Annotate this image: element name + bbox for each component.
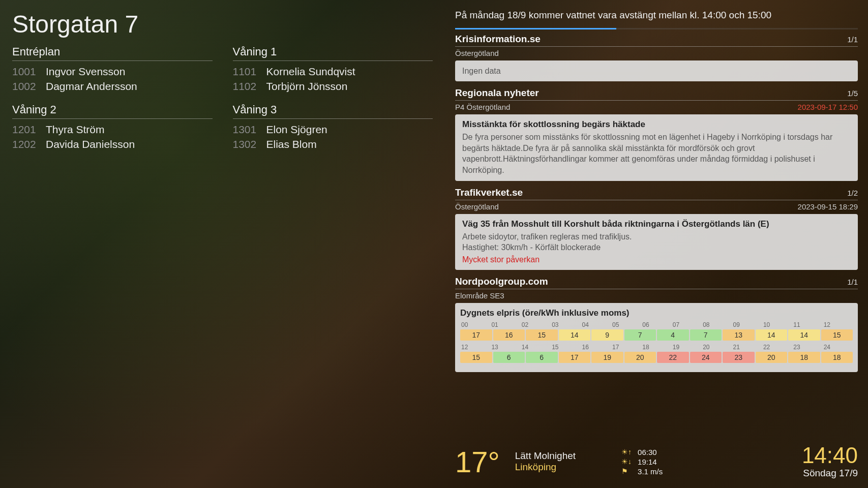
resident-row: 1301Elon Sjögren — [233, 122, 433, 137]
date: Söndag 17/9 — [802, 468, 858, 479]
traffic-count: 1/2 — [847, 189, 858, 197]
floor-block: Våning 11101Kornelia Sundqvist1102Torbjö… — [233, 45, 433, 94]
apartment-number: 1301 — [233, 122, 259, 137]
price-cell: 23 — [723, 352, 755, 363]
traffic-title: Trafikverket.se — [455, 187, 523, 198]
hour-label: 10 — [762, 321, 792, 328]
resident-row: 1002Dagmar Andersson — [12, 79, 213, 94]
resident-name: Dagmar Andersson — [46, 79, 137, 94]
price-cell: 20 — [756, 352, 788, 363]
price-cell: 15 — [460, 352, 492, 363]
hour-label: 13 — [490, 344, 520, 351]
hour-label: 12 — [823, 321, 853, 328]
floor-block: Entréplan1001Ingvor Svensson1002Dagmar A… — [12, 45, 213, 94]
news-title: Regionala nyheter — [455, 87, 539, 99]
traffic-line1: Arbete sidoytor, trafiken regleras med t… — [462, 231, 851, 242]
price-cell: 7 — [624, 329, 656, 341]
price-cell: 16 — [493, 329, 525, 341]
hour-label: 04 — [581, 321, 611, 328]
hour-label: 19 — [672, 344, 702, 351]
resident-name: Ingvor Svensson — [46, 64, 125, 79]
news-count: 1/5 — [847, 89, 858, 98]
np-cells-bottom: 1566171920222423201818 — [460, 352, 853, 363]
hour-label: 05 — [611, 321, 641, 328]
nordpool-card-title: Dygnets elpris (öre/kWh inklusive moms) — [460, 308, 853, 318]
hour-label: 06 — [641, 321, 671, 328]
nordpool-sub: Elområde SE3 — [455, 291, 504, 300]
temperature: 17° — [455, 445, 500, 479]
apartment-number: 1001 — [12, 64, 39, 79]
news-sub: P4 Östergötland — [455, 103, 510, 111]
floor-name: Våning 1 — [233, 45, 433, 61]
progress-bar — [455, 28, 858, 29]
hour-label: 03 — [551, 321, 581, 328]
clock: 14:40 — [802, 444, 858, 467]
floor-name: Våning 2 — [12, 103, 213, 119]
hour-label: 24 — [823, 344, 853, 351]
floor-name: Våning 3 — [233, 103, 433, 119]
hour-label: 23 — [792, 344, 822, 351]
price-cell: 17 — [460, 329, 492, 341]
resident-name: Torbjörn Jönsson — [266, 79, 348, 94]
hour-label: 09 — [732, 321, 762, 328]
resident-row: 1202Davida Danielsson — [12, 137, 213, 151]
kris-title: Krisinformation.se — [455, 34, 541, 45]
price-cell: 14 — [788, 329, 820, 341]
weather-bar: 17° Lätt Molnighet Linköping ☀↑06:30 ☀↓1… — [455, 437, 858, 488]
building-title: Storgatan 7 — [12, 10, 433, 38]
traffic-sub: Östergötland — [455, 202, 499, 211]
apartment-number: 1102 — [233, 79, 259, 94]
price-cell: 4 — [657, 329, 689, 341]
traffic-timestamp: 2023-09-15 18:29 — [798, 202, 858, 211]
price-cell: 14 — [559, 329, 591, 341]
news-section: Regionala nyheter 1/5 P4 Östergötland 20… — [455, 87, 858, 180]
weather-city: Linköping — [515, 462, 576, 473]
np-hours-bottom: 12131415161718192021222324 — [460, 344, 853, 351]
hour-label: 08 — [702, 321, 732, 328]
price-cell: 20 — [624, 352, 656, 363]
sunset-icon: ☀↓ — [621, 458, 634, 466]
price-cell: 13 — [723, 329, 755, 341]
np-cells-top: 17161514974713141415 — [460, 329, 853, 341]
info-panel: På måndag 18/9 kommer vattnet vara avstä… — [445, 0, 868, 488]
apartment-number: 1002 — [12, 79, 39, 94]
resident-row: 1001Ingvor Svensson — [12, 64, 213, 79]
traffic-line2: Hastighet: 30km/h - Körfält blockerade — [462, 242, 851, 253]
nordpool-count: 1/1 — [847, 278, 858, 286]
traffic-section: Trafikverket.se 1/2 Östergötland 2023-09… — [455, 187, 858, 270]
np-hours-top: 00010203040506070809101112 — [460, 321, 853, 328]
news-timestamp: 2023-09-17 12:50 — [798, 103, 858, 111]
resident-row: 1302Elias Blom — [233, 137, 433, 151]
news-card: Misstänkta för skottlossning begärs häkt… — [455, 114, 858, 180]
news-item-body: De fyra personer som misstänks för skott… — [462, 132, 851, 175]
floor-name: Entréplan — [12, 45, 213, 61]
hour-label: 21 — [732, 344, 762, 351]
directory-panel: Storgatan 7 Entréplan1001Ingvor Svensson… — [0, 0, 445, 488]
hour-label: 01 — [490, 321, 520, 328]
hour-label: 02 — [521, 321, 551, 328]
floor-block: Våning 31301Elon Sjögren1302Elias Blom — [233, 103, 433, 152]
price-cell: 7 — [690, 329, 722, 341]
price-cell: 14 — [756, 329, 788, 341]
kris-section: Krisinformation.se 1/1 Östergötland Inge… — [455, 34, 858, 82]
sunrise-time: 06:30 — [638, 448, 657, 456]
price-cell: 24 — [690, 352, 722, 363]
notice-text: På måndag 18/9 kommer vattnet vara avstä… — [455, 9, 858, 22]
price-cell: 6 — [493, 352, 525, 363]
kris-card: Ingen data — [455, 60, 858, 82]
apartment-number: 1201 — [12, 122, 39, 137]
resident-name: Elias Blom — [266, 137, 317, 151]
wind-icon: ⚑ — [621, 467, 634, 475]
resident-row: 1102Torbjörn Jönsson — [233, 79, 433, 94]
hour-label: 12 — [460, 344, 490, 351]
sunset-time: 19:14 — [638, 458, 657, 466]
floors-grid: Entréplan1001Ingvor Svensson1002Dagmar A… — [12, 45, 433, 161]
hour-label: 17 — [611, 344, 641, 351]
nordpool-card: Dygnets elpris (öre/kWh inklusive moms) … — [455, 303, 858, 372]
price-cell: 18 — [788, 352, 820, 363]
kris-empty: Ingen data — [462, 66, 851, 77]
resident-name: Elon Sjögren — [266, 122, 327, 137]
traffic-card: Väg 35 från Mosshult till Korshult båda … — [455, 214, 858, 270]
price-cell: 9 — [591, 329, 623, 341]
hour-label: 00 — [460, 321, 490, 328]
